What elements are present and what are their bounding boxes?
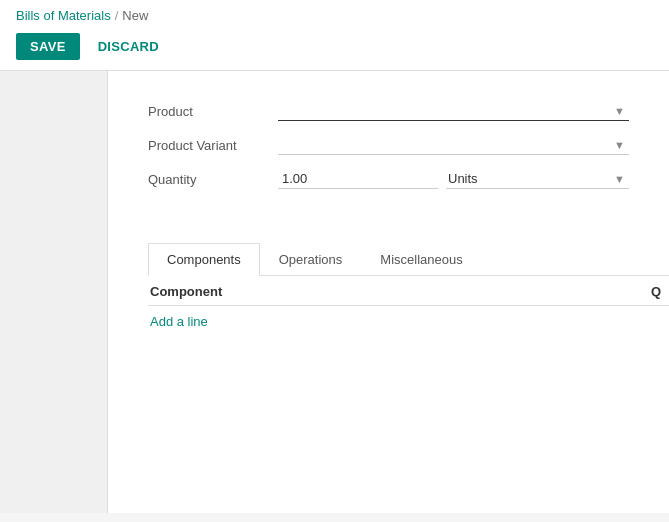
product-field: ▼: [278, 101, 629, 121]
product-input[interactable]: [278, 101, 629, 121]
main-layout: Product ▼ Product Variant ▼ Quantity: [0, 71, 669, 513]
tab-operations[interactable]: Operations: [260, 243, 362, 276]
tab-miscellaneous[interactable]: Miscellaneous: [361, 243, 481, 276]
discard-button[interactable]: DISCARD: [88, 33, 169, 60]
tabs: Components Operations Miscellaneous: [148, 243, 669, 276]
tabs-section: Components Operations Miscellaneous Comp…: [108, 223, 669, 337]
units-wrapper: Units kg g L mL ▼: [446, 169, 629, 189]
product-variant-field: ▼: [278, 135, 629, 155]
sidebar: [0, 71, 108, 513]
add-line-button[interactable]: Add a line: [148, 306, 210, 337]
breadcrumb: Bills of Materials / New: [16, 0, 653, 27]
form-section: Product ▼ Product Variant ▼ Quantity: [108, 71, 669, 223]
product-row: Product ▼: [148, 101, 629, 121]
units-select[interactable]: Units kg g L mL: [446, 169, 629, 189]
save-button[interactable]: SAVE: [16, 33, 80, 60]
action-bar: SAVE DISCARD: [16, 27, 653, 70]
breadcrumb-parent[interactable]: Bills of Materials: [16, 8, 111, 23]
tab-content-components: Component Q Add a line: [148, 276, 669, 337]
qty-col-header: Q: [589, 284, 669, 299]
product-variant-row: Product Variant ▼: [148, 135, 629, 155]
quantity-label: Quantity: [148, 172, 278, 187]
content-area: Product ▼ Product Variant ▼ Quantity: [108, 71, 669, 513]
table-header: Component Q: [148, 276, 669, 306]
quantity-input[interactable]: [278, 169, 438, 189]
product-variant-label: Product Variant: [148, 138, 278, 153]
quantity-field: Units kg g L mL ▼: [278, 169, 629, 189]
quantity-row: Quantity Units kg g L mL ▼: [148, 169, 629, 189]
top-bar: Bills of Materials / New SAVE DISCARD: [0, 0, 669, 71]
product-variant-select[interactable]: [278, 135, 629, 155]
component-col-header: Component: [148, 284, 589, 299]
breadcrumb-current: New: [122, 8, 148, 23]
breadcrumb-separator: /: [115, 8, 119, 23]
tab-components[interactable]: Components: [148, 243, 260, 276]
product-label: Product: [148, 104, 278, 119]
